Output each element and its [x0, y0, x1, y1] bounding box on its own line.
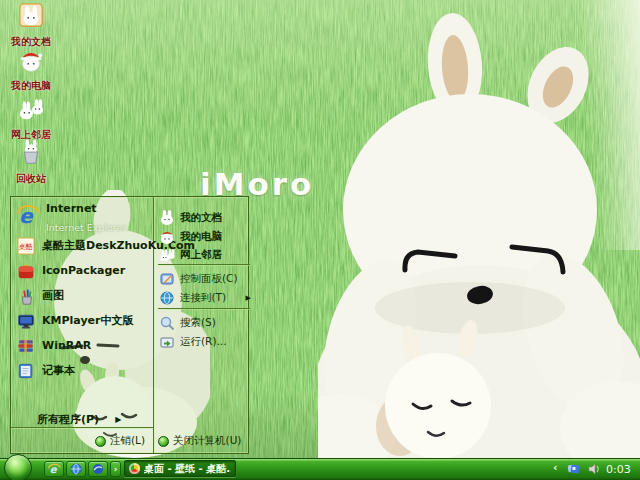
quick-launch-globe[interactable] [66, 461, 86, 477]
tray-collapse-chevron[interactable] [553, 461, 558, 475]
start-menu-item-winrar[interactable]: WinRAR [16, 334, 151, 358]
start-menu-item-internet[interactable]: e Internet Internet Explorer [16, 201, 151, 231]
menu-separator [11, 427, 153, 428]
quick-launch-overflow-chevron[interactable] [110, 461, 121, 477]
shut-down-icon [158, 436, 169, 447]
desktop-icon-my-computer[interactable]: 我的电脑 [2, 46, 60, 93]
internet-explorer-icon: e [48, 463, 61, 476]
my-documents-icon [159, 210, 175, 226]
shut-down-button[interactable]: 关闭计算机(U) [158, 434, 241, 448]
start-menu-item-notepad[interactable]: 记事本 [16, 359, 151, 383]
network-places-icon [159, 247, 175, 263]
desktop-icon-network-places[interactable]: 网上邻居 [2, 95, 60, 142]
start-menu-item-sublabel: Internet Explorer [46, 222, 126, 233]
run-icon [159, 334, 175, 350]
start-menu-divider [153, 197, 154, 453]
start-menu-item-search[interactable]: 搜索(S) [159, 314, 253, 332]
plush-rabbit-big-illustration [318, 8, 640, 460]
rabbit-computer-icon [16, 46, 46, 74]
quick-launch-internet-explorer[interactable]: e [44, 461, 64, 477]
iconpackager-icon [16, 261, 36, 281]
desktop-icon-label: 我的电脑 [11, 80, 51, 91]
desktop-icon-label: 回收站 [16, 173, 46, 184]
internet-explorer-icon: e [16, 204, 40, 228]
start-menu-item-zhuoku[interactable]: 桌酷 桌酷主题DeskZhuoKu.Com [16, 234, 151, 258]
start-menu-item-connect-to[interactable]: 连接到(T) [159, 289, 253, 307]
start-menu-item-label: 我的电脑 [180, 230, 222, 244]
start-menu-item-my-computer[interactable]: 我的电脑 [159, 228, 253, 246]
start-menu-item-network-places[interactable]: 网上邻居 [159, 246, 253, 264]
svg-text:桌酷: 桌酷 [19, 243, 33, 251]
start-menu-item-iconpackager[interactable]: IconPackager [16, 259, 151, 283]
start-menu-item-paint[interactable]: 画图 [16, 284, 151, 308]
all-programs-button[interactable]: 所有程序(P) [37, 411, 121, 427]
connect-to-icon [159, 290, 175, 306]
rabbit-network-icon [16, 95, 46, 123]
start-menu: e Internet Internet Explorer 桌酷 桌酷主题Desk… [10, 196, 249, 454]
start-menu-item-label: IconPackager [42, 265, 125, 277]
rabbit-recycle-icon [16, 139, 46, 167]
log-off-icon [95, 436, 106, 447]
shut-down-label: 关闭计算机(U) [173, 434, 241, 448]
start-menu-item-control-panel[interactable]: 控制面板(C) [159, 270, 253, 288]
start-menu-item-label: 记事本 [42, 365, 75, 377]
windows-update-icon[interactable] [567, 462, 580, 475]
quick-launch-browser[interactable] [88, 461, 108, 477]
zhuoku-site-icon: 桌酷 [16, 236, 36, 256]
menu-separator [158, 308, 250, 309]
globe-icon [70, 463, 82, 475]
browser-icon [92, 463, 104, 475]
start-menu-item-label: 搜索(S) [180, 316, 216, 330]
search-icon [159, 315, 175, 331]
start-menu-item-run[interactable]: 运行(R)... [159, 333, 253, 351]
all-programs-label: 所有程序(P) [37, 412, 99, 427]
start-menu-item-label: WinRAR [42, 340, 91, 352]
start-menu-item-label: KMPlayer中文版 [42, 315, 133, 327]
start-menu-item-label: Internet [46, 202, 97, 215]
winrar-icon [16, 336, 36, 356]
log-off-button[interactable]: 注销(L) [95, 434, 145, 448]
start-menu-item-kmplayer[interactable]: KMPlayer中文版 [16, 309, 151, 333]
start-menu-item-label: 运行(R)... [180, 335, 227, 349]
task-button-label: 桌面 - 壁纸 - 桌酷... [144, 462, 231, 476]
start-menu-item-my-documents[interactable]: 我的文档 [159, 209, 253, 227]
start-menu-item-label: 控制面板(C) [180, 272, 238, 286]
desktop-icon-recycle-bin[interactable]: 回收站 [2, 139, 60, 186]
start-menu-item-label: 网上邻居 [180, 248, 222, 262]
zhuoku-theme-icon [129, 463, 140, 474]
taskbar-task-button[interactable]: 桌面 - 壁纸 - 桌酷... [124, 460, 236, 477]
my-computer-icon [159, 229, 175, 245]
start-menu-item-label: 我的文档 [180, 211, 222, 225]
start-button[interactable] [4, 454, 32, 480]
notepad-icon [16, 361, 36, 381]
control-panel-icon [159, 271, 175, 287]
volume-icon[interactable] [588, 463, 601, 475]
start-menu-item-label: 画图 [42, 290, 64, 302]
start-menu-item-label: 连接到(T) [180, 291, 226, 305]
taskbar-clock: 0:03 [606, 463, 631, 476]
paint-icon [16, 286, 36, 306]
desktop-icon-my-documents[interactable]: 我的文档 [2, 2, 60, 49]
kmplayer-icon [16, 311, 36, 331]
rabbit-documents-icon [16, 2, 46, 30]
start-menu-footer: 注销(L) 关闭计算机(U) [95, 430, 241, 452]
desktop: iMoro 我的文档 我的电脑 [0, 0, 640, 480]
menu-separator [158, 264, 250, 265]
log-off-label: 注销(L) [110, 434, 145, 448]
